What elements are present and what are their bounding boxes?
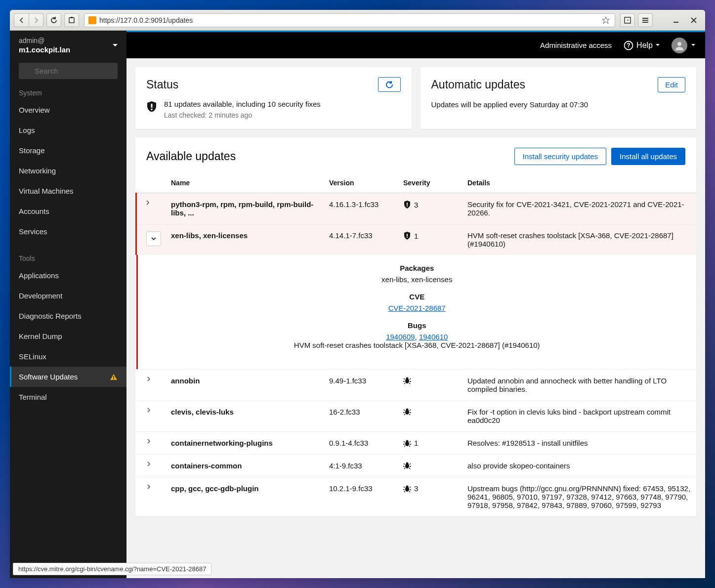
- table-row: annobin9.49-1.fc33Updated annobin and an…: [136, 370, 697, 401]
- bug-icon: [403, 377, 411, 384]
- avatar-icon: [672, 38, 687, 53]
- site-identity-icon: [88, 16, 96, 24]
- col-severity: Severity: [398, 173, 463, 193]
- package-version: 16-2.fc33: [324, 401, 398, 432]
- nav-development[interactable]: Development: [10, 286, 126, 306]
- collapse-row-button[interactable]: [146, 231, 161, 246]
- bug-description: HVM soft-reset crashes toolstack [XSA-36…: [149, 341, 686, 349]
- install-all-button[interactable]: Install all updates: [611, 148, 685, 165]
- bugs-heading: Bugs: [149, 321, 686, 330]
- forward-button[interactable]: [29, 13, 43, 27]
- home-button[interactable]: [64, 13, 79, 27]
- package-details: Fix for -t option in clevis luks bind - …: [463, 401, 696, 432]
- package-name: python3-rpm, rpm, rpm-build, rpm-build-l…: [171, 200, 313, 217]
- expand-row-button[interactable]: [147, 439, 162, 444]
- close-button[interactable]: [686, 13, 701, 27]
- nav-services[interactable]: Services: [10, 221, 126, 242]
- cve-link[interactable]: CVE-2021-28687: [388, 304, 446, 312]
- expand-row-button[interactable]: [147, 484, 162, 489]
- nav-software-updates[interactable]: Software Updates: [10, 367, 126, 387]
- security-shield-icon: [403, 231, 411, 240]
- reload-button[interactable]: [46, 13, 61, 27]
- package-name: containernetworking-plugins: [171, 439, 273, 447]
- bug-icon: [403, 462, 411, 469]
- table-row: cpp, gcc, gcc-gdb-plugin10.2.1-9.fc333Up…: [136, 477, 697, 517]
- auto-updates-title: Automatic updates: [431, 78, 526, 91]
- content-area: Status 81 updates available, including 1…: [126, 58, 705, 578]
- install-security-button[interactable]: Install security updates: [514, 148, 607, 165]
- packages-heading: Packages: [149, 264, 686, 272]
- expanded-row-detail: Packagesxen-libs, xen-licensesCVECVE-202…: [136, 255, 697, 369]
- nav-logs[interactable]: Logs: [10, 120, 126, 140]
- package-version: 4.16.1.3-1.fc33: [324, 193, 398, 224]
- user-menu[interactable]: [672, 38, 695, 53]
- table-row: xen-libs, xen-licenses4.14.1-7.fc331HVM …: [136, 224, 697, 255]
- hamburger-menu-button[interactable]: [638, 13, 653, 27]
- severity-cell: 1: [403, 439, 458, 447]
- package-details: Updated annobin and annocheck with bette…: [463, 370, 696, 401]
- pocket-button[interactable]: [620, 13, 635, 27]
- nav-virtual-machines[interactable]: Virtual Machines: [10, 181, 126, 201]
- chevron-down-icon: [151, 237, 156, 241]
- status-bar-link: https://cve.mitre.org/cgi-bin/cvename.cg…: [13, 563, 211, 575]
- bug-link[interactable]: 1940609: [386, 333, 415, 341]
- severity-cell: [403, 462, 458, 469]
- cve-heading: CVE: [149, 293, 686, 301]
- svg-point-22: [406, 462, 409, 465]
- host-switcher[interactable]: admin@ m1.cockpit.lan: [10, 31, 126, 60]
- severity-cell: [403, 408, 458, 416]
- svg-rect-12: [407, 206, 408, 207]
- bug-icon: [403, 439, 411, 447]
- minimize-button[interactable]: [669, 13, 683, 27]
- nav-selinux[interactable]: SELinux: [10, 346, 126, 367]
- back-button[interactable]: [14, 13, 29, 27]
- nav-terminal[interactable]: Terminal: [10, 387, 126, 407]
- status-title: Status: [146, 78, 178, 91]
- help-menu[interactable]: ? Help: [624, 41, 660, 50]
- nav-diagnostic-reports[interactable]: Diagnostic Reports: [10, 306, 126, 326]
- nav-overview[interactable]: Overview: [10, 100, 126, 120]
- admin-access-label[interactable]: Administrative access: [540, 41, 612, 49]
- package-details: Upstream bugs (http://gcc.gnu.org/PRNNNN…: [463, 477, 696, 517]
- package-details: Security fix for CVE-2021-3421, CVE-2021…: [463, 193, 696, 224]
- refresh-updates-button[interactable]: [378, 77, 401, 92]
- help-icon: ?: [624, 41, 633, 50]
- caret-down-icon: [113, 44, 118, 47]
- chevron-right-icon: [147, 408, 151, 413]
- security-shield-icon: [146, 101, 157, 112]
- svg-rect-11: [407, 203, 408, 205]
- col-details: Details: [463, 173, 696, 193]
- chevron-right-icon: [146, 200, 150, 205]
- package-name: xen-libs, xen-licenses: [171, 231, 248, 240]
- edit-auto-updates-button[interactable]: Edit: [658, 77, 685, 92]
- package-name: cpp, gcc, gcc-gdb-plugin: [171, 484, 259, 493]
- bookmark-star-icon[interactable]: [601, 15, 611, 25]
- svg-text:?: ?: [627, 42, 630, 49]
- svg-point-24: [406, 485, 409, 488]
- nav-networking[interactable]: Networking: [10, 161, 126, 181]
- package-version: 10.2.1-9.fc33: [324, 477, 398, 517]
- chevron-right-icon: [147, 484, 151, 489]
- reload-icon: [50, 17, 57, 24]
- chevron-right-icon: [34, 17, 39, 23]
- svg-rect-13: [407, 234, 408, 236]
- expand-row-button[interactable]: [146, 200, 161, 205]
- package-details: also provide skopeo-containers: [463, 455, 696, 477]
- nav-kernel-dump[interactable]: Kernel Dump: [10, 326, 126, 346]
- nav-applications[interactable]: Applications: [10, 265, 126, 286]
- table-row: clevis, clevis-luks16-2.fc33Fix for -t o…: [136, 401, 697, 432]
- hamburger-icon: [642, 17, 649, 23]
- expand-row-button[interactable]: [147, 408, 162, 413]
- package-version: 0.9.1-4.fc33: [324, 432, 398, 455]
- expand-row-button[interactable]: [147, 462, 162, 466]
- package-name: clevis, clevis-luks: [171, 408, 234, 416]
- url-bar[interactable]: https://127.0.0.2:9091/updates: [84, 13, 615, 27]
- search-input[interactable]: [19, 63, 118, 79]
- package-version: 4:1-9.fc33: [324, 455, 398, 477]
- security-shield-icon: [403, 200, 411, 209]
- bug-link[interactable]: 1940610: [419, 333, 448, 341]
- updates-table: Name Version Severity Details python3-rp…: [135, 173, 696, 516]
- nav-storage[interactable]: Storage: [10, 140, 126, 161]
- expand-row-button[interactable]: [147, 377, 162, 381]
- nav-accounts[interactable]: Accounts: [10, 201, 126, 221]
